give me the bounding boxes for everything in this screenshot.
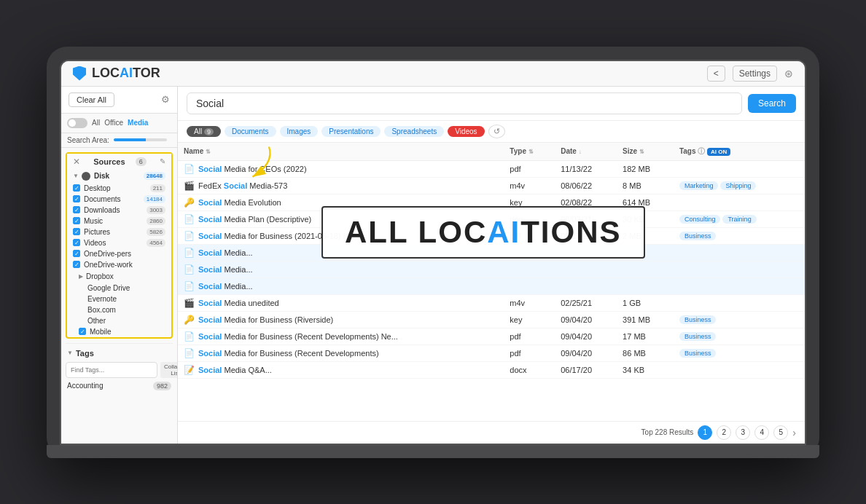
chip-spreadsheets[interactable]: Spreadsheets xyxy=(384,126,444,137)
file-type: m4v xyxy=(504,177,555,194)
page-next-button[interactable]: › xyxy=(792,427,796,438)
overlay-text-ai: AI xyxy=(487,215,520,249)
page-5-button[interactable]: 5 xyxy=(773,425,788,440)
sources-edit-icon[interactable]: ✎ xyxy=(160,157,165,165)
source-documents[interactable]: ✓ Documents 14184 xyxy=(67,194,171,205)
file-tags xyxy=(674,294,805,311)
desktop-label: Desktop xyxy=(84,184,111,192)
clear-all-button[interactable]: Clear All xyxy=(69,92,114,107)
tag-accounting-row[interactable]: Accounting 982 xyxy=(66,380,173,392)
source-evernote[interactable]: Evernote xyxy=(73,294,171,304)
pictures-checkbox[interactable]: ✓ xyxy=(73,228,80,235)
disk-icon xyxy=(82,172,90,181)
sources-section-header[interactable]: ✕ Sources 6 ✎ xyxy=(67,154,171,170)
sources-badge: 6 xyxy=(136,157,147,166)
table-row[interactable]: 🔑Social Media for Business (Riverside) k… xyxy=(178,311,805,328)
file-tags: Business xyxy=(674,344,805,361)
file-size: 17 MB xyxy=(617,328,674,344)
nav-back-button[interactable]: < xyxy=(707,66,725,82)
sources-close-icon[interactable]: ✕ xyxy=(73,157,80,167)
source-videos[interactable]: ✓ Videos 4564 xyxy=(67,237,171,248)
file-name: Social Media for Business (Recent Develo… xyxy=(198,332,398,341)
source-boxcom[interactable]: Box.com xyxy=(73,304,171,315)
source-onedrive-work[interactable]: ✓ OneDrive-work xyxy=(67,259,171,270)
file-icon: 📄 xyxy=(184,248,195,258)
col-tags[interactable]: Tags ⓘ AI ON xyxy=(674,143,805,161)
source-pictures[interactable]: ✓ Pictures 5826 xyxy=(67,227,171,237)
file-tags xyxy=(674,277,805,294)
source-desktop[interactable]: ✓ Desktop 211 xyxy=(67,183,171,194)
file-date: 11/13/22 xyxy=(555,160,617,177)
table-row[interactable]: 🎬Social Media unedited m4v 02/25/21 1 GB xyxy=(178,294,805,311)
tags-search-row: Collapse List ⊕ xyxy=(66,362,173,378)
main-search-input[interactable] xyxy=(187,92,742,114)
table-body: 📄Social Media for CEOs (2022) pdf 11/13/… xyxy=(178,160,805,378)
file-date: 02/25/21 xyxy=(555,294,617,311)
downloads-checkbox[interactable]: ✓ xyxy=(73,206,80,213)
col-size[interactable]: Size ⇅ xyxy=(617,143,674,161)
file-size: 8 MB xyxy=(617,177,674,194)
file-date: 06/17/20 xyxy=(555,361,617,378)
search-area-row: Search Area: xyxy=(61,133,177,148)
source-other[interactable]: Other xyxy=(73,315,171,326)
file-tags: Business xyxy=(674,328,805,344)
table-row[interactable]: 📄Social Media... xyxy=(178,277,805,294)
filter-media-label[interactable]: Media xyxy=(128,119,148,127)
table-row[interactable]: 📄Social Media for Business (Recent Devel… xyxy=(178,328,805,344)
chip-presentations[interactable]: Presentations xyxy=(321,126,381,137)
file-name: Social Media for Business (Recent Develo… xyxy=(198,349,379,358)
table-row[interactable]: 📄Social Media for Business (Recent Devel… xyxy=(178,344,805,361)
page-3-button[interactable]: 3 xyxy=(736,425,750,440)
documents-checkbox[interactable]: ✓ xyxy=(73,195,80,202)
col-name[interactable]: Name ⇅ xyxy=(178,143,504,161)
file-icon: 📄 xyxy=(184,164,195,174)
chip-images[interactable]: Images xyxy=(280,126,319,137)
tags-search-input[interactable] xyxy=(66,362,157,378)
videos-checkbox[interactable]: ✓ xyxy=(73,239,80,246)
filter-all-label[interactable]: All xyxy=(92,119,100,127)
boxcom-label: Box.com xyxy=(87,306,116,314)
file-size: 182 MB xyxy=(617,160,674,177)
desktop-checkbox[interactable]: ✓ xyxy=(73,184,80,192)
settings-icon[interactable]: ⚙ xyxy=(161,94,170,105)
chip-videos[interactable]: Videos xyxy=(448,126,484,137)
collapse-list-button[interactable]: Collapse List xyxy=(160,362,178,378)
page-4-button[interactable]: 4 xyxy=(754,425,769,440)
file-icon: 📄 xyxy=(184,348,195,358)
file-size: 391 MB xyxy=(617,311,674,328)
file-type: pdf xyxy=(504,328,555,344)
source-downloads[interactable]: ✓ Downloads 3003 xyxy=(67,205,171,216)
filter-office-label[interactable]: Office xyxy=(104,119,123,127)
mobile-checkbox[interactable]: ✓ xyxy=(79,328,86,335)
disk-header[interactable]: ▼ Disk 28648 xyxy=(67,170,171,183)
music-count: 2860 xyxy=(147,217,165,225)
music-checkbox[interactable]: ✓ xyxy=(73,217,80,224)
settings-button[interactable]: Settings xyxy=(733,66,777,82)
table-row[interactable]: 📄Social Media... xyxy=(178,261,805,277)
table-row[interactable]: 📝Social Media Q&A... docx 06/17/20 34 KB xyxy=(178,361,805,378)
search-area-bar[interactable] xyxy=(114,138,167,141)
onedrive-work-checkbox[interactable]: ✓ xyxy=(73,261,80,268)
search-button[interactable]: Search xyxy=(748,94,796,113)
file-tags: Business xyxy=(674,227,805,244)
onedrive-pers-checkbox[interactable]: ✓ xyxy=(73,250,80,257)
source-mobile[interactable]: ✓ Mobile xyxy=(73,326,171,337)
dropbox-header[interactable]: ▶ Dropbox xyxy=(73,270,171,283)
chip-documents[interactable]: Documents xyxy=(225,126,276,137)
col-date[interactable]: Date ↓ xyxy=(555,143,617,161)
file-name: Social Media Plan (Descriptive) xyxy=(198,215,311,224)
file-tags xyxy=(674,194,805,210)
source-googledrive[interactable]: Google Drive xyxy=(73,283,171,294)
videos-count: 4564 xyxy=(147,239,165,247)
source-music[interactable]: ✓ Music 2860 xyxy=(67,216,171,227)
source-onedrive-pers[interactable]: ✓ OneDrive-pers xyxy=(67,248,171,259)
documents-label: Documents xyxy=(84,195,121,203)
evernote-label: Evernote xyxy=(87,295,117,303)
toggle-switch[interactable] xyxy=(67,118,87,128)
page-2-button[interactable]: 2 xyxy=(717,425,731,440)
chip-all[interactable]: All 9 xyxy=(187,126,221,137)
arrow-annotation xyxy=(236,141,280,185)
chip-more-icon[interactable]: ↺ xyxy=(488,125,505,138)
page-1-button[interactable]: 1 xyxy=(698,425,712,440)
col-type[interactable]: Type ⇅ xyxy=(504,143,555,161)
